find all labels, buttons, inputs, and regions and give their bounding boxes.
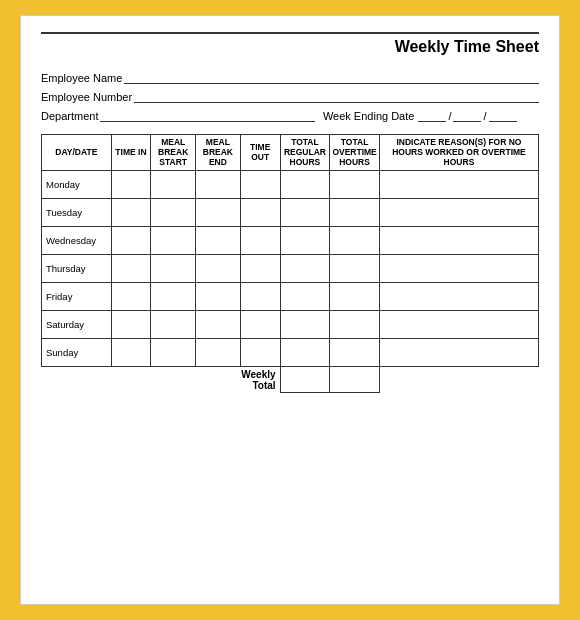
employee-name-label: Employee Name [41, 72, 122, 84]
week-ending-section: Week Ending Date / / [323, 108, 539, 122]
data-cell [151, 198, 196, 226]
header-mealbreakend: MEAL BREAK END [196, 135, 241, 171]
table-row: Wednesday [42, 226, 539, 254]
data-cell [111, 310, 151, 338]
department-label: Department [41, 110, 98, 122]
table-row: Sunday [42, 338, 539, 366]
data-cell [330, 310, 380, 338]
form-section: Employee Name Employee Number Department… [41, 70, 539, 122]
data-cell [151, 310, 196, 338]
data-cell [196, 226, 241, 254]
data-cell [151, 226, 196, 254]
day-label: Tuesday [42, 198, 112, 226]
header-timeout: TIME OUT [240, 135, 280, 171]
data-cell [280, 282, 330, 310]
date-year [489, 108, 517, 122]
data-cell [240, 226, 280, 254]
data-cell [280, 226, 330, 254]
data-cell [379, 282, 538, 310]
data-cell [280, 254, 330, 282]
data-cell [280, 170, 330, 198]
data-cell [330, 198, 380, 226]
employee-number-line [134, 89, 539, 103]
department-line [100, 108, 314, 122]
data-cell [280, 338, 330, 366]
timesheet-page: Weekly Time Sheet Employee Name Employee… [20, 15, 560, 605]
date-day [453, 108, 481, 122]
data-cell [111, 338, 151, 366]
date-sep1: / [448, 110, 451, 122]
weekly-total-empty [42, 366, 241, 393]
employee-number-row: Employee Number [41, 89, 539, 103]
data-cell [151, 254, 196, 282]
department-section: Department [41, 108, 315, 122]
table-row: Friday [42, 282, 539, 310]
employee-name-line [124, 70, 539, 84]
data-cell [330, 254, 380, 282]
data-cell [379, 198, 538, 226]
data-cell [240, 254, 280, 282]
data-cell [111, 282, 151, 310]
header-daydate: DAY/DATE [42, 135, 112, 171]
day-label: Friday [42, 282, 112, 310]
weekly-total-regular [280, 366, 330, 393]
data-cell [196, 282, 241, 310]
data-cell [280, 198, 330, 226]
data-cell [196, 170, 241, 198]
employee-number-label: Employee Number [41, 91, 132, 103]
table-row: Tuesday [42, 198, 539, 226]
data-cell [240, 198, 280, 226]
day-label: Monday [42, 170, 112, 198]
data-cell [111, 226, 151, 254]
header-totalovertimehours: TOTAL OVERTIME HOURS [330, 135, 380, 171]
weekly-total-row: Weekly Total [42, 366, 539, 393]
table-row: Saturday [42, 310, 539, 338]
weekly-total-empty2 [379, 366, 538, 393]
header-timein: TIME IN [111, 135, 151, 171]
data-cell [379, 338, 538, 366]
data-cell [240, 282, 280, 310]
data-cell [111, 170, 151, 198]
data-cell [196, 198, 241, 226]
data-cell [151, 338, 196, 366]
department-date-row: Department Week Ending Date / / [41, 108, 539, 122]
data-cell [379, 310, 538, 338]
header-row: DAY/DATE TIME IN MEAL BREAK START MEAL B… [42, 135, 539, 171]
employee-name-row: Employee Name [41, 70, 539, 84]
data-cell [379, 254, 538, 282]
header-reason: INDICATE REASON(S) FOR NO HOURS WORKED O… [379, 135, 538, 171]
data-cell [330, 170, 380, 198]
data-cell [151, 170, 196, 198]
data-cell [196, 338, 241, 366]
weekly-total-label: Weekly Total [240, 366, 280, 393]
data-cell [196, 310, 241, 338]
weekly-total-overtime [330, 366, 380, 393]
data-cell [196, 254, 241, 282]
day-label: Sunday [42, 338, 112, 366]
data-cell [280, 310, 330, 338]
day-label: Thursday [42, 254, 112, 282]
table-row: Thursday [42, 254, 539, 282]
data-cell [151, 282, 196, 310]
timesheet-table: DAY/DATE TIME IN MEAL BREAK START MEAL B… [41, 134, 539, 393]
data-cell [111, 198, 151, 226]
table-row: Monday [42, 170, 539, 198]
date-sep2: / [483, 110, 486, 122]
data-cell [379, 226, 538, 254]
date-month [418, 108, 446, 122]
day-label: Wednesday [42, 226, 112, 254]
data-cell [379, 170, 538, 198]
data-cell [240, 310, 280, 338]
header-totalregularhours: TOTAL REGULAR HOURS [280, 135, 330, 171]
data-cell [240, 170, 280, 198]
data-cell [111, 254, 151, 282]
page-title: Weekly Time Sheet [41, 32, 539, 60]
data-cell [240, 338, 280, 366]
data-cell [330, 226, 380, 254]
header-mealbreakstart: MEAL BREAK START [151, 135, 196, 171]
data-cell [330, 338, 380, 366]
week-ending-label: Week Ending Date [323, 110, 415, 122]
day-label: Saturday [42, 310, 112, 338]
data-cell [330, 282, 380, 310]
